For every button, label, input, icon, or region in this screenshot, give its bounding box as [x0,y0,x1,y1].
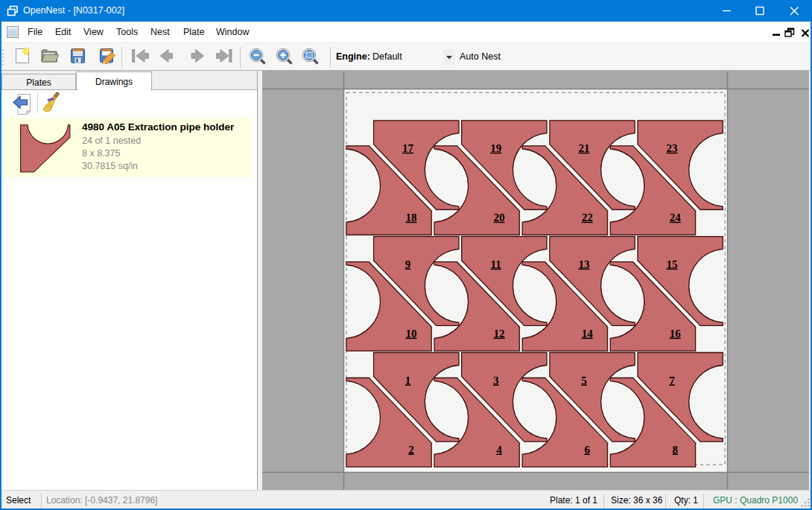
svg-text:22: 22 [582,211,593,223]
svg-text:6: 6 [584,444,590,456]
svg-text:2: 2 [408,444,414,456]
svg-text:3: 3 [493,374,499,386]
svg-text:1: 1 [405,374,411,386]
svg-text:9: 9 [405,258,411,270]
svg-text:19: 19 [490,142,501,154]
svg-text:7: 7 [669,374,675,386]
svg-text:12: 12 [494,328,505,340]
svg-text:10: 10 [405,328,416,340]
svg-text:5: 5 [581,374,587,386]
svg-text:14: 14 [582,328,594,340]
svg-text:8: 8 [673,444,679,456]
svg-text:13: 13 [578,258,589,270]
svg-text:24: 24 [670,211,682,223]
svg-text:21: 21 [578,142,589,154]
svg-text:23: 23 [667,142,678,154]
svg-text:17: 17 [402,142,414,154]
svg-text:20: 20 [494,211,505,223]
svg-text:4: 4 [496,444,502,456]
svg-text:18: 18 [405,211,416,223]
svg-text:15: 15 [667,258,678,270]
svg-text:11: 11 [491,258,501,270]
svg-text:16: 16 [670,328,682,340]
